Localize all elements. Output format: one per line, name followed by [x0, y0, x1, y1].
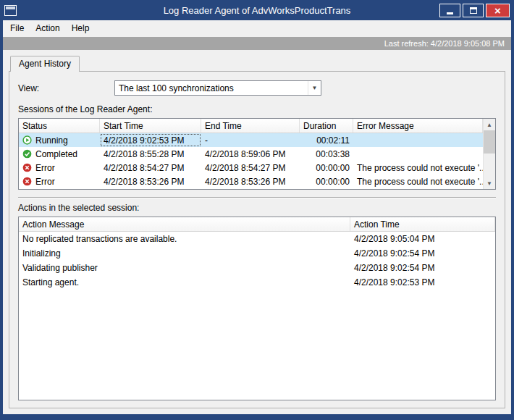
tab-strip: Agent History: [9, 55, 505, 71]
tab-agent-history[interactable]: Agent History: [10, 56, 80, 72]
status-text: Error: [35, 163, 55, 173]
section-divider: [18, 197, 496, 198]
close-button[interactable]: ×: [486, 4, 510, 17]
agent-history-panel: View: The last 100 synchronizations ▼ Se…: [9, 71, 505, 408]
column-header-end-time[interactable]: End Time: [201, 119, 300, 133]
window-client-area: File Action Help Last refresh: 4/2/2018 …: [3, 20, 511, 414]
focused-cell: 4/2/2018 9:02:53 PM: [100, 133, 201, 147]
table-row[interactable]: Error 4/2/2018 8:54:27 PM 4/2/2018 8:54:…: [19, 161, 483, 175]
last-refresh-text: Last refresh: 4/2/2018 9:05:08 PM: [384, 39, 505, 48]
menu-help[interactable]: Help: [66, 20, 96, 37]
column-header-action-message[interactable]: Action Message: [19, 217, 350, 231]
view-combobox[interactable]: The last 100 synchronizations ▼: [114, 80, 321, 96]
window-controls: ×: [439, 4, 510, 17]
column-header-duration[interactable]: Duration: [300, 119, 353, 133]
error-icon: [22, 177, 32, 186]
running-icon: [22, 135, 32, 145]
view-combobox-dropdown-button[interactable]: ▼: [308, 81, 321, 95]
column-header-action-time[interactable]: Action Time: [350, 217, 495, 231]
error-icon: [22, 163, 32, 172]
close-icon: ×: [494, 5, 501, 16]
app-icon[interactable]: [4, 5, 17, 16]
status-text: Error: [35, 177, 55, 187]
scroll-up-icon: ▲: [486, 122, 492, 128]
sessions-scrollbar[interactable]: ▲ ▼: [483, 119, 495, 189]
chevron-down-icon: ▼: [312, 85, 318, 91]
list-item[interactable]: Validating publisher 4/2/2018 9:02:54 PM: [19, 261, 495, 275]
scroll-down-button[interactable]: ▼: [484, 177, 495, 189]
scroll-down-icon: ▼: [486, 180, 492, 187]
table-row[interactable]: Completed 4/2/2018 8:55:28 PM 4/2/2018 8…: [19, 147, 483, 161]
view-row: View: The last 100 synchronizations ▼: [18, 80, 496, 96]
completed-icon: [22, 149, 32, 159]
list-item[interactable]: Initializing 4/2/2018 9:02:54 PM: [19, 246, 495, 261]
view-label: View:: [18, 83, 114, 93]
title-bar: Log Reader Agent of AdvWorksProductTrans…: [0, 0, 514, 20]
table-row[interactable]: Running 4/2/2018 9:02:53 PM - 00:02:11: [19, 133, 483, 147]
actions-table: Action Message Action Time No replicated…: [18, 217, 496, 400]
sessions-label: Sessions of the Log Reader Agent:: [18, 104, 496, 114]
menu-bar: File Action Help: [3, 20, 511, 37]
column-header-error-message[interactable]: Error Message: [353, 119, 483, 133]
column-header-status[interactable]: Status: [19, 119, 100, 133]
sessions-table: Status Start Time End Time Duration Erro…: [18, 118, 496, 190]
status-text: Running: [35, 135, 68, 146]
actions-table-main: Action Message Action Time No replicated…: [19, 217, 495, 400]
window-title: Log Reader Agent of AdvWorksProductTrans: [0, 5, 514, 16]
table-row[interactable]: Error 4/2/2018 8:53:26 PM 4/2/2018 8:53:…: [19, 175, 483, 188]
maximize-icon: [470, 7, 477, 14]
sessions-table-main: Status Start Time End Time Duration Erro…: [19, 119, 483, 189]
list-item[interactable]: Starting agent. 4/2/2018 9:02:53 PM: [19, 275, 495, 290]
actions-label: Actions in the selected session:: [18, 203, 496, 213]
sessions-table-header: Status Start Time End Time Duration Erro…: [19, 119, 483, 133]
view-combobox-value: The last 100 synchronizations: [119, 83, 234, 93]
column-header-start-time[interactable]: Start Time: [100, 119, 201, 133]
actions-table-header: Action Message Action Time: [19, 217, 495, 232]
last-refresh-bar: Last refresh: 4/2/2018 9:05:08 PM: [3, 37, 511, 50]
menu-action[interactable]: Action: [30, 20, 65, 37]
minimize-icon: [447, 12, 453, 14]
window: Log Reader Agent of AdvWorksProductTrans…: [0, 0, 514, 420]
list-item[interactable]: No replicated transactions are available…: [19, 232, 495, 246]
menu-file[interactable]: File: [4, 20, 30, 37]
minimize-button[interactable]: [439, 4, 460, 17]
scrollbar-track[interactable]: [484, 130, 495, 177]
scrollbar-thumb[interactable]: [484, 130, 495, 154]
maximize-button[interactable]: [463, 4, 484, 17]
status-text: Completed: [35, 149, 77, 159]
scroll-up-button[interactable]: ▲: [484, 119, 495, 130]
dialog-body: Agent History View: The last 100 synchro…: [3, 50, 511, 414]
